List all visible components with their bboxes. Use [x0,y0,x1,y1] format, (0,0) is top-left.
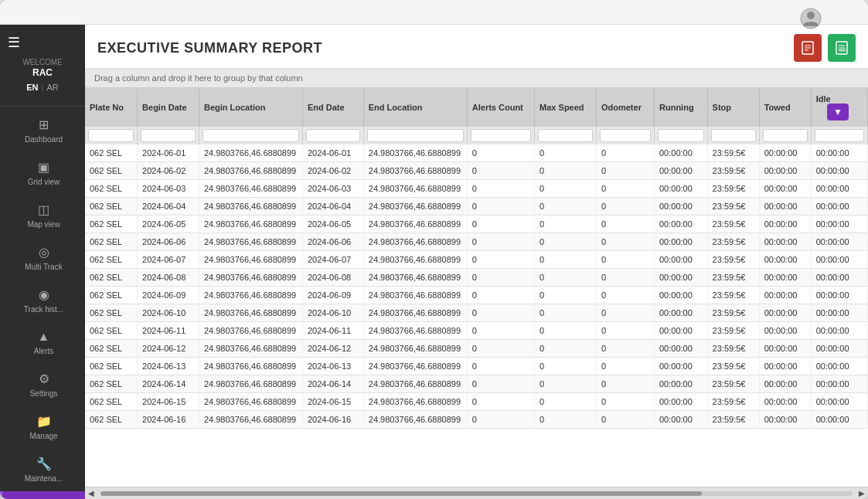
table-row[interactable]: 062 SEL2024-06-1324.9803766,46.688089920… [85,358,868,375]
table-row[interactable]: 062 SEL2024-06-0524.9803766,46.688089920… [85,216,868,233]
lang-en[interactable]: EN [26,83,38,92]
sidebar-top: ☰ WELCOME RAC EN | AR [0,25,85,107]
filter-alerts-count[interactable] [471,129,531,142]
cell-r13-c2: 24.9803766,46.6880899 [199,375,302,393]
col-begin-location[interactable]: Begin Location [199,88,302,127]
scroll-track[interactable] [100,491,853,496]
scroll-left-arrow[interactable]: ◀ [88,489,94,497]
sidebar-item-manage[interactable]: 📁 Manage [0,406,85,449]
data-table-container[interactable]: Plate No Begin Date Begin Location End D… [85,88,868,487]
filter-end-location[interactable] [367,129,464,142]
cell-r1-c11: 00:00:00 [811,162,867,180]
col-end-date[interactable]: End Date [302,88,363,127]
pdf-export-button[interactable] [794,34,822,62]
welcome-label: WELCOME [8,57,77,67]
col-running[interactable]: Running [655,88,708,127]
cell-r11-c1: 2024-06-12 [138,340,199,358]
col-idle[interactable]: Idle ▼ [811,88,867,127]
cell-r2-c5: 0 [467,180,534,198]
sidebar-item-grid-view[interactable]: ▣ Grid view [0,152,85,195]
table-row[interactable]: 062 SEL2024-06-0824.9803766,46.688089920… [85,269,868,287]
filter-end-date[interactable] [306,129,360,142]
cell-r1-c8: 00:00:00 [655,162,708,180]
sidebar-item-multi-track[interactable]: ◎ Multi Track [0,237,85,280]
col-end-location[interactable]: End Location [363,88,467,127]
grid-view-icon: ▣ [38,160,49,175]
col-begin-date[interactable]: Begin Date [138,88,199,127]
col-odometer[interactable]: Odometer [596,88,654,127]
col-max-speed[interactable]: Max Speed [535,88,597,127]
cell-r2-c3: 2024-06-03 [302,180,363,198]
filter-stop[interactable] [711,129,756,142]
sidebar-item-reports[interactable]: 📊 Reports [0,491,85,499]
scroll-right-arrow[interactable]: ▶ [859,489,865,497]
cell-r7-c3: 2024-06-08 [302,269,363,287]
sidebar-item-map-view[interactable]: ◫ Map view [0,195,85,237]
cell-r7-c2: 24.9803766,46.6880899 [199,269,302,287]
table-row[interactable]: 062 SEL2024-06-0624.9803766,46.688089920… [85,233,868,251]
filter-max-speed[interactable] [538,129,593,142]
sidebar-item-dashboard[interactable]: ⊞ Dashboard [0,110,85,152]
horizontal-scrollbar[interactable]: ◀ ▶ [85,487,868,499]
cell-r15-c6: 0 [535,411,597,429]
table-row[interactable]: 062 SEL2024-06-0424.9803766,46.688089920… [85,198,868,216]
table-row[interactable]: 062 SEL2024-06-0324.9803766,46.688089920… [85,180,868,198]
filter-row [85,127,868,144]
table-row[interactable]: 062 SEL2024-06-1624.9803766,46.688089920… [85,411,868,429]
cell-r6-c2: 24.9803766,46.6880899 [199,251,302,269]
col-towed[interactable]: Towed [759,88,811,127]
cell-r13-c8: 00:00:00 [655,375,708,393]
table-row[interactable]: 062 SEL2024-06-0724.9803766,46.688089920… [85,251,868,269]
sidebar-item-alerts[interactable]: ▲ Alerts [0,322,85,364]
cell-r1-c10: 00:00:00 [759,162,811,180]
cell-r10-c11: 00:00:00 [811,322,867,340]
scroll-thumb[interactable] [100,491,702,496]
cell-r3-c11: 00:00:00 [811,198,867,216]
table-row[interactable]: 062 SEL2024-06-1424.9803766,46.688089920… [85,375,868,393]
filter-odometer[interactable] [600,129,651,142]
cell-r3-c7: 0 [596,198,654,216]
excel-export-button[interactable]: XLS [828,34,856,62]
main-content: EXECUTIVE SUMMARY REPORT XLS Drag a colu… [85,25,868,499]
cell-r9-c9: 23:59:5€ [707,304,759,322]
cell-r8-c8: 00:00:00 [655,287,708,304]
table-row[interactable]: 062 SEL2024-06-1024.9803766,46.688089920… [85,304,868,322]
cell-r14-c5: 0 [467,393,534,411]
table-row[interactable]: 062 SEL2024-06-1224.9803766,46.688089920… [85,340,868,358]
table-row[interactable]: 062 SEL2024-06-1524.9803766,46.688089920… [85,393,868,411]
filter-idle[interactable] [815,129,864,142]
cell-r10-c4: 24.9803766,46.6880899 [363,322,467,340]
cell-r1-c2: 24.9803766,46.6880899 [199,162,302,180]
filter-begin-location[interactable] [203,129,299,142]
col-alerts-count[interactable]: Alerts Count [467,88,534,127]
cell-r11-c11: 00:00:00 [811,340,867,358]
cell-r8-c5: 0 [467,287,534,304]
cell-r9-c6: 0 [535,304,597,322]
filter-running[interactable] [658,129,704,142]
cell-r7-c6: 0 [535,269,597,287]
filter-towed[interactable] [763,129,808,142]
filter-button[interactable]: ▼ [827,104,849,121]
table-row[interactable]: 062 SEL2024-06-0924.9803766,46.688089920… [85,287,868,304]
lang-ar[interactable]: AR [46,83,58,92]
sidebar-item-maintenance[interactable]: 🔧 Maintena... [0,449,85,491]
cell-r5-c7: 0 [596,233,654,251]
table-row[interactable]: 062 SEL2024-06-0124.9803766,46.688089920… [85,144,868,162]
filter-plate-no[interactable] [88,129,134,142]
table-row[interactable]: 062 SEL2024-06-0224.9803766,46.688089920… [85,162,868,180]
user-avatar-icon[interactable] [800,8,822,32]
sidebar-item-track-hist[interactable]: ◉ Track hist... [0,280,85,322]
table-row[interactable]: 062 SEL2024-06-1124.9803766,46.688089920… [85,322,868,340]
col-plate-no[interactable]: Plate No [85,88,138,127]
hamburger-menu[interactable]: ☰ [8,34,77,51]
cell-r13-c7: 0 [596,375,654,393]
sidebar-label-track-hist: Track hist... [24,305,63,314]
cell-r5-c1: 2024-06-06 [138,233,199,251]
filter-begin-date[interactable] [141,129,196,142]
cell-r7-c11: 00:00:00 [811,269,867,287]
sidebar-item-settings[interactable]: ⚙ Settings [0,364,85,406]
cell-r14-c2: 24.9803766,46.6880899 [199,393,302,411]
cell-r7-c1: 2024-06-08 [138,269,199,287]
col-stop[interactable]: Stop [707,88,759,127]
manage-icon: 📁 [36,414,52,429]
